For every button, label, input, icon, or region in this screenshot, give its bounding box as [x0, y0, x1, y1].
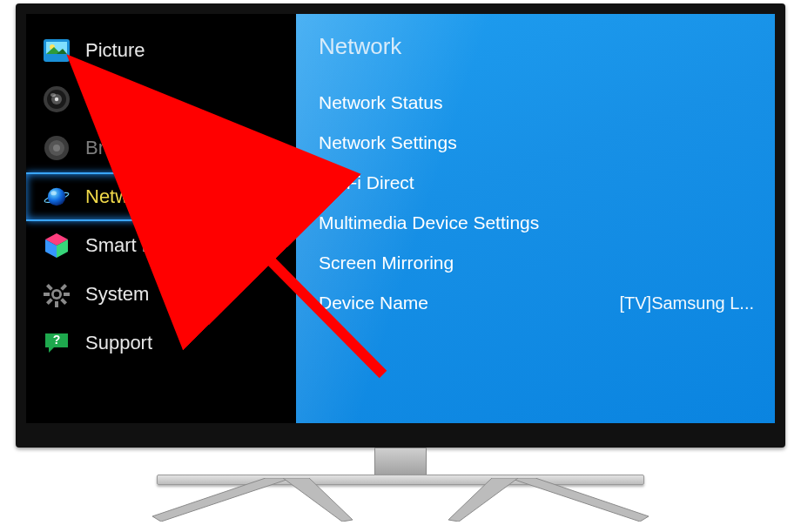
tv-stand-leg-left	[152, 478, 353, 522]
svg-rect-24	[46, 284, 53, 291]
tv-stand-neck	[374, 448, 427, 477]
svg-rect-22	[60, 284, 67, 291]
panel-item-label: Multimedia Device Settings	[319, 212, 539, 233]
sidebar-item-broadcasting[interactable]: Broadcasting	[26, 124, 296, 172]
tv-screen: Picture Sound Broadcasting	[26, 14, 775, 423]
sidebar-item-label: Broadcasting	[85, 137, 197, 159]
sound-icon	[42, 84, 71, 114]
settings-panel: Network Network Status Network Settings …	[296, 14, 775, 423]
panel-list: Network Status Network Settings Wi-Fi Di…	[296, 74, 775, 323]
sidebar-item-label: Sound	[85, 88, 141, 111]
svg-rect-21	[64, 293, 70, 296]
svg-point-6	[55, 98, 58, 101]
tv-brand-logo: SAMSUNG	[371, 435, 429, 444]
panel-item-label: Device Name	[319, 293, 428, 313]
tv-stand-leg-right	[448, 478, 649, 522]
svg-point-12	[48, 188, 65, 205]
sidebar-item-label: System	[85, 283, 149, 306]
tv-frame: Picture Sound Broadcasting	[16, 3, 785, 448]
panel-item-label: Screen Mirroring	[319, 253, 454, 273]
panel-item-network-status[interactable]: Network Status	[319, 83, 754, 123]
broadcast-icon	[42, 133, 71, 163]
sidebar-item-label: Smart Hub	[85, 234, 177, 257]
svg-marker-32	[509, 478, 649, 522]
svg-point-13	[50, 191, 57, 195]
svg-rect-23	[46, 298, 53, 305]
panel-item-label: Network Status	[319, 92, 442, 113]
panel-item-device-name[interactable]: Device Name [TV]Samsung L...	[319, 283, 754, 323]
svg-marker-33	[448, 478, 518, 522]
sidebar-item-label: Network	[85, 185, 156, 208]
svg-marker-31	[283, 478, 353, 522]
svg-rect-19	[55, 301, 58, 307]
panel-item-multimedia-device-settings[interactable]: Multimedia Device Settings	[319, 203, 754, 243]
svg-point-10	[53, 145, 60, 152]
sidebar-item-label: Picture	[85, 39, 145, 62]
panel-item-value: [TV]Samsung L...	[619, 293, 754, 313]
sidebar-item-network[interactable]: Network	[26, 172, 296, 221]
sidebar-item-smart-hub[interactable]: Smart Hub	[26, 221, 296, 270]
panel-item-label: Wi-Fi Direct	[319, 172, 414, 193]
sidebar-item-label: Support	[85, 332, 152, 354]
panel-item-wifi-direct[interactable]: Wi-Fi Direct	[319, 163, 754, 203]
network-icon	[42, 182, 71, 212]
panel-item-screen-mirroring[interactable]: Screen Mirroring	[319, 243, 754, 283]
smarthub-icon	[42, 231, 71, 260]
svg-rect-20	[44, 293, 50, 296]
panel-item-network-settings[interactable]: Network Settings	[319, 123, 754, 163]
system-icon	[42, 279, 71, 309]
panel-item-label: Network Settings	[319, 132, 457, 153]
sidebar-item-support[interactable]: ? Support	[26, 319, 296, 367]
sidebar-item-picture[interactable]: Picture	[26, 26, 296, 75]
svg-rect-25	[60, 298, 67, 305]
svg-marker-30	[152, 478, 292, 522]
svg-point-26	[54, 292, 59, 297]
sidebar-item-system[interactable]: System	[26, 270, 296, 319]
svg-text:?: ?	[53, 333, 61, 347]
panel-title: Network	[296, 14, 775, 69]
support-icon: ?	[42, 328, 71, 358]
sidebar-item-sound[interactable]: Sound	[26, 75, 296, 124]
settings-sidebar: Picture Sound Broadcasting	[26, 14, 296, 423]
picture-icon	[42, 36, 71, 65]
svg-point-7	[50, 93, 56, 97]
